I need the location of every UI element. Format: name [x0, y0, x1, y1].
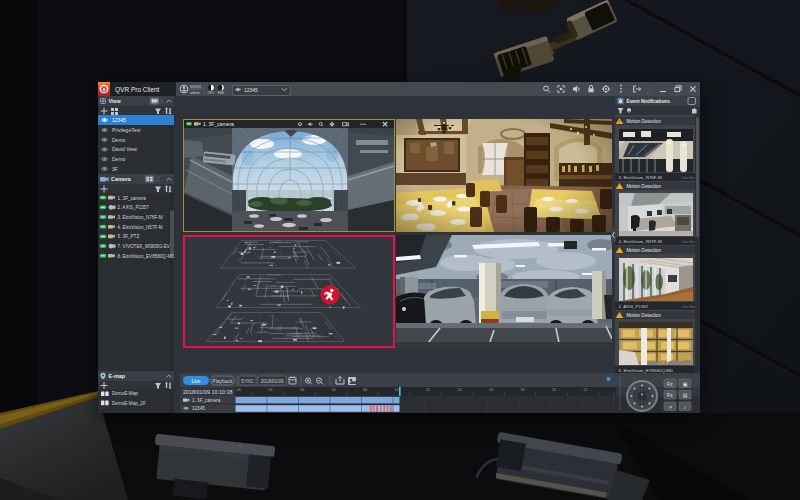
svg-text:3. EtroVision_N76F-M: 3. EtroVision_N76F-M — [118, 215, 163, 220]
svg-text:SYNC: SYNC — [241, 379, 254, 384]
svg-text:4. EtroVision_N57F-M: 4. EtroVision_N57F-M — [118, 225, 163, 230]
svg-text:5. EtroVision_EV8580Q-MD: 5. EtroVision_EV8580Q-MD — [619, 368, 674, 373]
svg-text:⇗: ⇗ — [667, 404, 671, 410]
svg-text:!: ! — [619, 119, 620, 124]
svg-text:Motion Detection: Motion Detection — [627, 119, 662, 124]
svg-text:20: 20 — [552, 388, 556, 392]
svg-text:David View: David View — [112, 146, 137, 152]
svg-text:7. VIVOTEK_MS8391-EV: 7. VIVOTEK_MS8391-EV — [118, 244, 171, 249]
svg-text:Motion Detection: Motion Detection — [627, 184, 662, 189]
svg-text:▣: ▣ — [682, 381, 687, 387]
svg-text:12345: 12345 — [192, 406, 205, 411]
svg-text:22: 22 — [583, 388, 587, 392]
svg-text:12345: 12345 — [244, 87, 258, 93]
svg-text:10: 10 — [394, 388, 398, 392]
svg-text:admin: admin — [190, 91, 200, 95]
svg-text:1. 3F_camera: 1. 3F_camera — [192, 398, 221, 403]
svg-text:Motion Detection: Motion Detection — [627, 248, 662, 253]
svg-text:06: 06 — [331, 388, 335, 392]
svg-text:Playback: Playback — [212, 378, 233, 384]
svg-text:DemoE-Map_2F: DemoE-Map_2F — [112, 401, 146, 406]
svg-text:18: 18 — [520, 388, 524, 392]
svg-text:2018/01/09 10:10:38: 2018/01/09 10:10:38 — [183, 389, 232, 395]
svg-text:4. EtroVision_N57F-M: 4. EtroVision_N57F-M — [619, 239, 662, 244]
svg-text:CPU: CPU — [208, 91, 214, 95]
svg-text:02: 02 — [268, 388, 272, 392]
svg-text:08: 08 — [363, 388, 367, 392]
svg-text:Camera: Camera — [111, 176, 132, 182]
svg-text:3. EtroVision_N76F-M: 3. EtroVision_N76F-M — [619, 175, 662, 180]
svg-text:12: 12 — [426, 388, 430, 392]
svg-text:3F: 3F — [112, 166, 118, 172]
svg-text:14: 14 — [457, 388, 461, 392]
svg-text:NVR42: NVR42 — [190, 85, 202, 89]
svg-text:PrivilegeTest: PrivilegeTest — [112, 127, 141, 133]
svg-text:2. AXIS_P1357: 2. AXIS_P1357 — [619, 304, 649, 309]
svg-text:Demo: Demo — [112, 156, 126, 162]
svg-text:16: 16 — [489, 388, 493, 392]
svg-text:8. EtroVision_EV8580Q-MD: 8. EtroVision_EV8580Q-MD — [118, 254, 175, 259]
svg-text:Event Notifications: Event Notifications — [627, 99, 671, 104]
svg-text:RAM: RAM — [218, 91, 225, 95]
svg-text:12345: 12345 — [112, 117, 126, 123]
svg-text:▤: ▤ — [682, 392, 687, 398]
svg-text:Demo: Demo — [112, 137, 126, 143]
svg-text:5. 3F_PTZ: 5. 3F_PTZ — [118, 234, 140, 239]
svg-text:DemoE-Map: DemoE-Map — [112, 391, 138, 396]
svg-text:F≡: F≡ — [667, 381, 673, 387]
svg-text:1. 3F_camera: 1. 3F_camera — [118, 196, 147, 201]
svg-text:2018/01/09: 2018/01/09 — [260, 379, 283, 384]
svg-text:F≡: F≡ — [667, 392, 673, 398]
svg-text:E-map: E-map — [109, 373, 126, 379]
svg-text:Motion Detection: Motion Detection — [627, 313, 662, 318]
svg-text:Live: Live — [191, 378, 200, 384]
svg-text:04: 04 — [300, 388, 304, 392]
svg-text:1. 3F_camera: 1. 3F_camera — [203, 121, 234, 127]
svg-text:00: 00 — [237, 388, 241, 392]
svg-text:2. AXIS_P1357: 2. AXIS_P1357 — [118, 205, 150, 210]
svg-text:View: View — [109, 98, 122, 104]
